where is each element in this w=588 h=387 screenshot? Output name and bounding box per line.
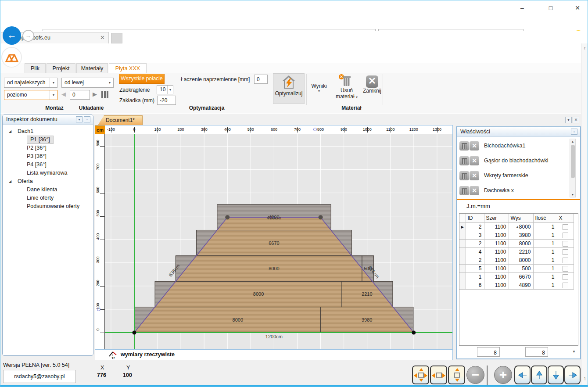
tree-item-label[interactable]: P3 [36°] (27, 152, 47, 161)
table-row[interactable]: 4110022101 (459, 248, 574, 256)
row-checkbox[interactable] (563, 258, 568, 263)
tab-list-icon[interactable]: ▾ (565, 117, 572, 123)
chevron-down-icon[interactable]: ▾ (50, 78, 57, 87)
fit-height-button[interactable] (448, 366, 465, 384)
tree-item[interactable]: P4 [36°] (3, 161, 93, 169)
material-list-item[interactable]: ✕Dachowka x (459, 185, 568, 198)
remove-x-icon[interactable]: ✕ (470, 186, 479, 195)
maximize-icon[interactable]: □ (543, 3, 558, 13)
trash-icon[interactable] (459, 141, 469, 150)
tree-item-label[interactable]: P4 [36°] (27, 161, 47, 169)
step-left-icon[interactable]: ◀ (61, 91, 66, 97)
orientation-combo[interactable]: poziomo ▾ (4, 90, 57, 100)
ribbon-tab-plyta[interactable]: Płyta XXX (109, 63, 147, 73)
trash-icon[interactable] (459, 171, 469, 180)
pan-left-button[interactable] (514, 366, 531, 384)
material-list-item[interactable]: ✕Blchodachówka1 (459, 140, 568, 154)
minimize-icon[interactable]: – (515, 3, 530, 13)
table-row[interactable]: 2110080001 (459, 240, 574, 248)
align-combo[interactable]: od lewej ▾ (61, 78, 114, 88)
row-checkbox[interactable] (563, 241, 568, 247)
tree-item-label[interactable]: Lista wymiarowa (27, 169, 67, 177)
tab-close-icon[interactable]: ✕ (573, 117, 579, 123)
trash-icon[interactable] (459, 156, 469, 165)
tree-item[interactable]: ◢Dach1 (3, 127, 93, 136)
zoom-in-button[interactable]: + (494, 366, 512, 384)
tree-item[interactable]: Dane klienta (3, 186, 93, 194)
chevron-down-icon[interactable]: ▾ (106, 78, 113, 87)
scroll-down-icon[interactable]: ▼ (572, 350, 576, 354)
tree-item-label-selected[interactable]: P1 [36°] (27, 136, 54, 144)
materials-scrollbar[interactable]: ▲ ▼ (570, 139, 576, 197)
scroll-thumb[interactable] (571, 145, 575, 178)
drawing-area[interactable]: 80003980800022108000500667048901200cm400… (105, 134, 452, 349)
scroll-up-icon[interactable]: ▲ (570, 140, 575, 143)
step-right-icon[interactable]: ▶ (93, 91, 97, 97)
close-panel-button[interactable]: ✕ Zamknij (362, 73, 383, 104)
panel-menu-icon[interactable]: ▾ (76, 116, 82, 122)
sort-order-combo[interactable]: od najwiekszych ▾ (4, 78, 57, 88)
offset-input[interactable]: 0 (70, 90, 90, 100)
remove-x-icon[interactable]: ✕ (470, 171, 479, 180)
row-checkbox[interactable] (563, 249, 568, 255)
results-button[interactable]: Wyniki ▾ (307, 73, 331, 104)
row-checkbox[interactable] (563, 266, 568, 272)
tree-item[interactable]: Podsumowanie oferty (3, 202, 93, 211)
table-row[interactable]: 1110066701 (459, 273, 574, 281)
zoom-out-button[interactable]: − (466, 366, 484, 384)
tree-item-label[interactable]: P2 [36°] (27, 144, 47, 152)
pan-up-button[interactable] (531, 366, 547, 384)
table-row[interactable]: 511005001 (459, 265, 574, 273)
ribbon-tab-materialy[interactable]: Materiały (76, 63, 108, 73)
new-tab-button[interactable] (111, 33, 122, 43)
pan-right-button[interactable] (564, 366, 581, 384)
chevron-down-icon[interactable]: ▾ (50, 90, 57, 100)
forward-icon[interactable]: → (22, 30, 34, 42)
column-header[interactable]: Wys (509, 214, 533, 223)
close-icon[interactable]: ✕ (570, 3, 585, 13)
panel-collapse-icon[interactable]: ▫ (84, 116, 90, 122)
tree-item[interactable]: P2 [36°] (3, 144, 93, 152)
material-list-item[interactable]: ✕Gąsior do blachodachówki (459, 155, 568, 168)
tree-expander-icon[interactable]: ◢ (9, 127, 11, 136)
columns-icon[interactable] (101, 91, 109, 99)
tree-item[interactable]: P1 [36°] (3, 136, 93, 144)
tree-item[interactable]: Linie oferty (3, 194, 93, 202)
tab-close-icon[interactable]: ✕ (100, 34, 105, 41)
page-scrollbar[interactable]: ˤ ˥ (581, 43, 588, 386)
tree-item[interactable]: P3 [36°] (3, 152, 93, 161)
rounding-combo[interactable]: 10 ▾ (157, 85, 173, 94)
document-tab[interactable]: Document1* (98, 115, 143, 125)
remove-material-button[interactable]: ✕ Usuń materiał ▾ (333, 73, 361, 104)
tree-item-label[interactable]: Oferta (18, 177, 33, 186)
table-row[interactable]: 3110039801 (459, 231, 574, 240)
remove-x-icon[interactable]: ✕ (470, 156, 479, 165)
scroll-down-icon[interactable]: ˥ (581, 377, 588, 381)
tree-expander-icon[interactable]: ◢ (9, 177, 11, 186)
back-icon[interactable]: ← (3, 26, 21, 45)
panel-collapse-icon[interactable]: ▫ (571, 129, 577, 135)
trash-icon[interactable] (459, 186, 469, 195)
account-input[interactable]: rsdachy5@zasoby.pl (3, 370, 76, 383)
column-header[interactable]: Ilość (533, 214, 557, 223)
tree-item-label[interactable]: Podsumowanie oferty (27, 202, 79, 211)
table-row[interactable]: 6110048901 (459, 281, 574, 290)
chevron-down-icon[interactable]: ▾ (167, 86, 173, 94)
scroll-down-icon[interactable]: ▼ (570, 193, 575, 196)
table-row[interactable]: 2110080001 (459, 256, 574, 265)
column-header[interactable]: ID (466, 214, 484, 223)
column-header[interactable]: X (557, 214, 574, 223)
ribbon-tab-plik[interactable]: Plik (25, 63, 46, 73)
fit-all-button[interactable] (412, 366, 429, 384)
material-list-item[interactable]: ✕Wkręty farmerskie (459, 170, 568, 183)
alternate-join-input[interactable]: 0 (254, 75, 268, 84)
footer-count-input-1[interactable] (477, 347, 500, 357)
row-checkbox[interactable] (563, 233, 568, 238)
overlap-input[interactable]: -20 (157, 96, 176, 105)
pan-down-button[interactable] (548, 366, 564, 384)
fit-width-button[interactable] (430, 366, 447, 384)
app-logo[interactable] (1, 47, 22, 68)
tree-item[interactable]: ◢Oferta (3, 177, 93, 186)
scroll-up-icon[interactable]: ˤ (581, 47, 588, 51)
ribbon-tab-projekt[interactable]: Projekt (47, 63, 75, 73)
